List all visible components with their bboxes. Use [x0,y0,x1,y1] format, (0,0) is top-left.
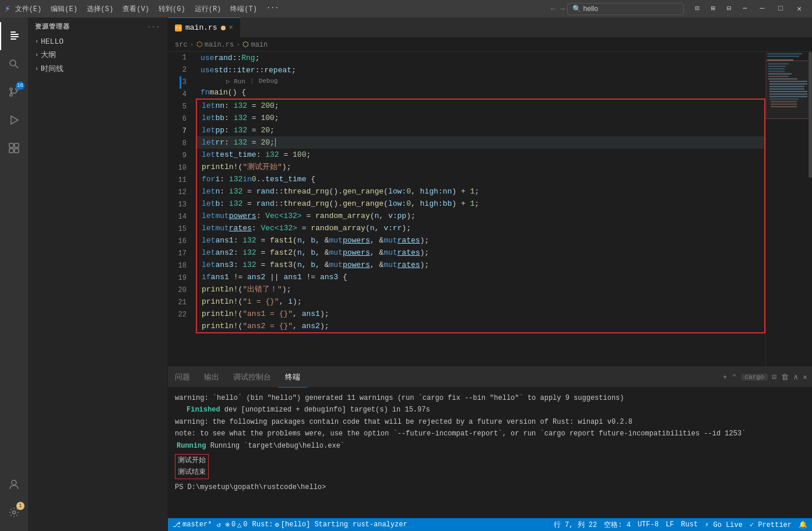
code-line-11: let n: i32 = rand::thread_rng().gen_rang… [197,185,764,198]
svg-point-15 [12,480,16,485]
line-num-19: 19 [168,272,191,284]
svg-rect-17 [767,53,802,54]
menu-run[interactable]: 运行(R) [195,4,222,14]
line-numbers: 1 2 3 4 5 6 7 8 9 10 11 12 13 14 [168,52,196,367]
line-num-22: 22 [168,309,191,321]
svg-rect-0 [10,31,16,33]
rust-analyzer-label: rust-analyzer [353,521,407,529]
status-sync[interactable]: ↺ [216,521,220,529]
breadcrumb-file-icon: ⬡ [196,40,202,49]
layout2-icon[interactable]: ⊞ [706,2,720,16]
line-num-10: 10 [168,162,191,174]
layout3-icon[interactable]: ⊟ [722,2,736,16]
rust-status: [hello] Starting [281,521,348,529]
activity-source-control[interactable]: 16 [0,78,28,106]
status-spaces[interactable]: 空格: 4 [604,520,631,530]
panel: 问题 输出 调试控制台 终端 + ⌃ cargo ⊡ 🗑 ∧ ✕ warning… [168,367,812,518]
status-go-live[interactable]: ⚡ Go Live [705,521,743,529]
terminal-line-3: warning: the following packages contain … [175,416,805,428]
activity-settings[interactable]: 1 [0,498,28,526]
code-line-20: println!("i = {}", i); [197,296,764,308]
minimize-button[interactable]: ─ [754,2,771,16]
split-terminal-icon[interactable]: ⌃ [732,372,737,382]
panel-tab-problems[interactable]: 问题 [168,367,197,388]
highlighted-region: let nn: i32 = 200; let bb: i32 = 100; le… [196,99,765,333]
error-icon: ⊗ [226,521,230,529]
code-line-7: let rr: i32 = 20; [197,136,764,149]
breadcrumb-src[interactable]: src [175,41,188,49]
line-num-9: 9 [168,150,191,162]
panel-tab-output[interactable]: 输出 [197,367,226,388]
nav-forward[interactable]: → [558,5,567,13]
panel-actions: + ⌃ cargo ⊡ 🗑 ∧ ✕ [723,372,812,382]
source-control-badge: 16 [16,82,24,90]
cargo-label: cargo [741,374,768,381]
menu-file[interactable]: 文件(E) [15,4,42,14]
sidebar-item-hello[interactable]: › HELLO [28,36,167,48]
line-num-6: 6 [168,113,191,125]
menu-more[interactable]: ··· [266,4,279,14]
terminal-content[interactable]: warning: `hello` (bin "hello") generated… [168,388,812,518]
line-num-8: 8 [168,138,191,150]
titlebar-search-box[interactable]: 🔍 [567,3,684,15]
code-line-10: for i: i32 in 0..test_time { [197,173,764,185]
status-encoding[interactable]: UTF-8 [638,521,659,529]
layout-icon[interactable]: ⊡ [691,2,704,16]
terminal-line-1: warning: `hello` (bin "hello") generated… [175,392,805,404]
menu-terminal[interactable]: 终端(T) [230,4,257,14]
sidebar-item-outline[interactable]: › 大纲 [28,48,167,62]
maximize-panel-icon[interactable]: ∧ [793,372,798,382]
activity-files[interactable] [0,22,28,50]
code-line-17: let ans3: i32 = fast3(n, b, &mut powers,… [197,259,764,271]
line-num-11: 11 [168,174,191,187]
status-rust[interactable]: Rust: ⚙ [hello] Starting [252,521,348,529]
code-line-14: let mut rates: Vec<i32> = random_array(n… [197,222,764,234]
code-line-1: use rand::Rng; [196,52,765,64]
status-line-ending[interactable]: LF [666,521,674,529]
svg-point-6 [10,88,12,90]
terminal-line-4: note: to see what the problems were, use… [175,428,805,439]
breadcrumb-file[interactable]: main.rs [205,41,234,49]
panel-tab-terminal[interactable]: 终端 [278,367,307,388]
line-num-3: 3 [168,76,191,89]
status-branch[interactable]: ⎇ master* [173,521,212,529]
panel-tab-debug-console[interactable]: 调试控制台 [226,367,278,388]
app-icon: ⚡ [5,3,10,15]
activity-run[interactable] [0,106,28,134]
status-position[interactable]: 行 7, 列 22 [554,520,597,530]
sidebar-actions[interactable]: ··· [147,23,160,30]
sidebar-item-timeline[interactable]: › 时间线 [28,62,167,76]
status-rust-analyzer[interactable]: rust-analyzer [353,521,407,529]
menu-goto[interactable]: 转到(G) [159,4,185,14]
nav-back[interactable]: ← [549,5,558,13]
run-link[interactable]: ▷ Run [226,78,245,85]
notification-bell-icon: 🔔 [799,521,807,529]
menu-select[interactable]: 选择(S) [87,4,114,14]
search-input[interactable] [583,5,665,13]
menu-edit[interactable]: 编辑(E) [51,4,78,14]
status-prettier[interactable]: ✓ Prettier [750,521,792,529]
activity-extensions[interactable] [0,134,28,162]
code-line-16: let ans2: i32 = fast2(n, b, &mut powers,… [197,247,764,259]
tab-main-rs[interactable]: rs main.rs × [168,17,241,38]
breadcrumb-func[interactable]: main [251,41,268,49]
code-editor[interactable]: 1 2 3 4 5 6 7 8 9 10 11 12 13 14 [168,52,765,367]
status-notifications[interactable]: 🔔 [799,521,807,529]
code-line-9: println!("测试开始"); [197,161,764,173]
activity-account[interactable] [0,470,28,498]
terminal-line-5: Running Running `target\debug\hello.exe` [175,440,805,452]
panel-layout-icon[interactable]: ⊡ [772,372,777,382]
close-button[interactable]: ✕ [791,2,807,16]
minimize-panel-icon[interactable]: ✕ [803,372,807,382]
tab-close-button[interactable]: × [229,24,233,32]
close-panel-icon[interactable]: 🗑 [781,373,789,382]
add-terminal-icon[interactable]: + [723,373,727,382]
maximize-button[interactable]: □ [772,2,789,16]
menu-view[interactable]: 查看(V) [122,4,149,14]
customize-icon[interactable]: ⋯ [738,2,751,16]
status-errors[interactable]: ⊗ 0 △ 0 [226,521,248,529]
debug-link[interactable]: Debug [259,78,278,85]
chevron-right-icon: › [35,66,38,72]
status-language[interactable]: Rust [681,521,698,529]
activity-search[interactable] [0,50,28,78]
